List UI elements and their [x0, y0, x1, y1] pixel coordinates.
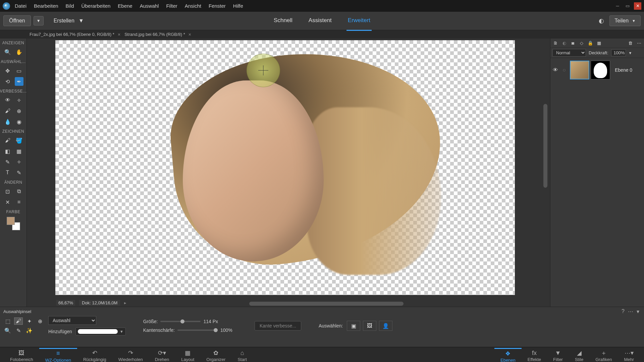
- document-tab[interactable]: Frau7_2x.jpg bei 66,7% (Ebene 0, RGB/8) …: [30, 32, 120, 37]
- graphics-tab-button[interactable]: ＋Grafiken: [589, 348, 618, 362]
- content-aware-tool-icon[interactable]: ✕: [3, 198, 12, 206]
- select-subject-icon[interactable]: ▣: [347, 321, 360, 331]
- selection-refine-icon[interactable]: ⊕: [36, 317, 44, 325]
- horizontal-scrollbar[interactable]: [249, 302, 404, 306]
- smart-brush-tool-icon[interactable]: 🖌: [3, 107, 12, 115]
- brush-tool-icon[interactable]: 🖌: [3, 136, 12, 145]
- tool-options-button[interactable]: ≡WZ-Optionen: [39, 348, 77, 362]
- filters-tab-button[interactable]: ▼Filter: [547, 348, 569, 362]
- mode-guided[interactable]: Assistent: [307, 11, 333, 31]
- select-sky-icon[interactable]: 👤: [379, 321, 392, 331]
- selection-wand-icon[interactable]: ✨: [25, 327, 34, 334]
- menu-view[interactable]: Ansicht: [185, 3, 201, 9]
- clone-stamp-tool-icon[interactable]: ⊕: [15, 107, 23, 115]
- selection-brush-icon[interactable]: 🖌: [14, 317, 23, 325]
- document-tab[interactable]: Strand.jpg bei 66,7% (RGB/8) *×: [124, 32, 191, 37]
- straighten-tool-icon[interactable]: ≡: [15, 198, 23, 206]
- sponge-tool-icon[interactable]: ◉: [15, 117, 23, 126]
- selection-new-icon[interactable]: ⬚: [3, 317, 12, 325]
- opacity-input[interactable]: [611, 49, 626, 56]
- visibility-toggle-icon[interactable]: 👁: [552, 67, 558, 73]
- layer-name[interactable]: Ebene 0: [615, 67, 632, 73]
- menu-enhance[interactable]: Überarbeiten: [82, 3, 111, 9]
- delete-layer-icon[interactable]: 🗑: [627, 40, 633, 46]
- hand-tool-icon[interactable]: ✋: [15, 48, 23, 56]
- shape-tool-icon[interactable]: ✧: [15, 158, 23, 166]
- layer-options-icon[interactable]: ▦: [596, 40, 602, 46]
- menu-edit[interactable]: Bearbeiten: [34, 3, 58, 9]
- marquee-tool-icon[interactable]: ▭: [15, 66, 23, 75]
- close-icon[interactable]: ✕: [634, 2, 641, 10]
- more-tab-button[interactable]: ⋯▾Mehr: [618, 348, 640, 362]
- selection-magic-icon[interactable]: ✦: [25, 317, 34, 325]
- link-layers-icon[interactable]: ◇: [579, 40, 585, 46]
- layers-tab-button[interactable]: ❖Ebenen: [494, 348, 522, 362]
- lock-layer-icon[interactable]: 🔒: [587, 40, 593, 46]
- chevron-down-icon[interactable]: ▼: [120, 329, 123, 334]
- layer-mask-thumbnail[interactable]: [591, 61, 610, 79]
- menu-layer[interactable]: Ebene: [118, 3, 132, 9]
- open-dropdown[interactable]: ▼: [34, 16, 44, 25]
- menu-select[interactable]: Auswahl: [140, 3, 159, 9]
- crop-tool-icon[interactable]: ⊡: [3, 187, 12, 196]
- foreground-color[interactable]: [7, 217, 15, 225]
- recompose-tool-icon[interactable]: ⧉: [15, 187, 23, 196]
- help-icon[interactable]: ?: [622, 308, 625, 315]
- organizer-button[interactable]: ✿Organizer: [200, 348, 231, 362]
- undo-button[interactable]: ↶Rückgängig: [77, 348, 112, 362]
- vertical-scrollbar[interactable]: [543, 104, 547, 188]
- zoom-tool-icon[interactable]: 🔍: [3, 48, 12, 56]
- mode-quick[interactable]: Schnell: [272, 11, 294, 31]
- brush-preview[interactable]: ▼: [75, 327, 126, 336]
- mode-expert[interactable]: Erweitert: [346, 11, 372, 31]
- info-arrow-icon[interactable]: ▸: [124, 300, 126, 305]
- layer-mask-icon[interactable]: ◙: [570, 40, 576, 46]
- panel-menu-icon[interactable]: ⋯: [636, 40, 642, 46]
- lasso-tool-icon[interactable]: ⟲: [3, 77, 12, 86]
- menu-image[interactable]: Bild: [66, 3, 74, 9]
- redo-button[interactable]: ↷Wiederholen: [112, 348, 149, 362]
- color-swatch[interactable]: [7, 217, 20, 230]
- layer-thumbnail[interactable]: [570, 61, 589, 79]
- refine-edge-button[interactable]: Kante verbesse...: [255, 321, 301, 330]
- move-tool-icon[interactable]: ✥: [3, 66, 12, 75]
- selection-brush-tool-icon[interactable]: ✒: [15, 77, 23, 86]
- mode-select[interactable]: Auswahl: [48, 316, 96, 325]
- menu-help[interactable]: Hilfe: [233, 3, 243, 9]
- styles-tab-button[interactable]: ◢Stile: [569, 348, 589, 362]
- blur-tool-icon[interactable]: 💧: [3, 117, 12, 126]
- photobin-button[interactable]: 🖼Fotobereich: [4, 348, 39, 362]
- eraser-tool-icon[interactable]: ◧: [3, 147, 12, 156]
- redeye-tool-icon[interactable]: 👁: [3, 96, 12, 105]
- spot-heal-tool-icon[interactable]: ✧: [15, 96, 23, 105]
- chevron-down-icon[interactable]: ▼: [629, 51, 632, 55]
- adjustment-layer-icon[interactable]: ◐: [561, 40, 567, 46]
- pen-tool-icon[interactable]: ✎: [15, 168, 23, 177]
- menu-file[interactable]: Datei: [15, 3, 26, 9]
- close-tab-icon[interactable]: ×: [189, 32, 191, 37]
- maximize-icon[interactable]: ▭: [624, 2, 631, 10]
- close-tab-icon[interactable]: ×: [118, 32, 120, 37]
- zoom-readout[interactable]: 66,67%: [56, 300, 75, 306]
- effects-tab-button[interactable]: fxEffekte: [522, 348, 547, 362]
- open-button[interactable]: Öffnen: [3, 15, 31, 26]
- document-canvas[interactable]: [55, 40, 515, 295]
- gradient-tool-icon[interactable]: ▦: [15, 147, 23, 156]
- theme-toggle-icon[interactable]: ◐: [599, 17, 604, 24]
- create-button[interactable]: Erstellen▼: [54, 18, 84, 24]
- share-button[interactable]: Teilen▼: [609, 15, 641, 26]
- blend-mode-select[interactable]: Normal: [552, 49, 586, 57]
- layout-button[interactable]: ▦Layout: [175, 348, 200, 362]
- panel-menu-icon[interactable]: ⋯: [628, 308, 633, 315]
- pencil-tool-icon[interactable]: ✎: [3, 158, 12, 166]
- select-background-icon[interactable]: 🖼: [363, 321, 376, 331]
- hardness-slider[interactable]: [177, 329, 218, 331]
- menu-filter[interactable]: Filter: [166, 3, 177, 9]
- selection-subtract-icon[interactable]: ✎: [14, 327, 23, 334]
- collapse-icon[interactable]: ▾: [637, 308, 639, 315]
- minimize-icon[interactable]: ─: [614, 2, 621, 10]
- new-layer-icon[interactable]: 🗎: [552, 40, 558, 46]
- selection-auto-icon[interactable]: 🔍: [3, 327, 12, 334]
- home-button[interactable]: ⌂Start: [231, 348, 253, 362]
- text-tool-icon[interactable]: T: [3, 168, 12, 177]
